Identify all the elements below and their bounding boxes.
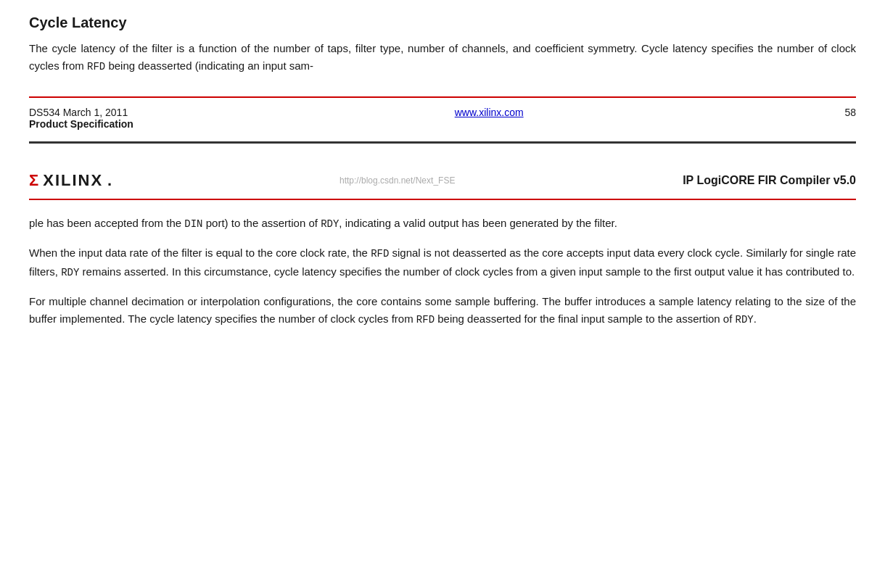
paragraph-1: ple has been accepted from the DIN port)… — [29, 215, 856, 233]
din-code: DIN — [184, 218, 202, 230]
rfd-code-2: RFD — [371, 248, 389, 260]
footer-product: Product Specification — [29, 118, 133, 130]
xilinx-logo-symbol: Σ — [29, 171, 38, 190]
section-title: Cycle Latency — [29, 15, 856, 31]
footer-date: DS534 March 1, 2011 — [29, 107, 133, 118]
rfd-code-3: RFD — [416, 314, 435, 326]
page-footer: DS534 March 1, 2011 Product Specificatio… — [0, 96, 885, 144]
footer-website-link[interactable]: www.xilinx.com — [455, 107, 524, 118]
rdy-code-2: RDY — [61, 267, 79, 278]
xilinx-logo: Σ XILINX . — [29, 171, 112, 190]
page-main-content: ple has been accepted from the DIN port)… — [0, 200, 885, 343]
footer-page-number: 58 — [844, 107, 856, 118]
rdy-code-1: RDY — [321, 218, 339, 230]
xilinx-logo-dot: . — [107, 171, 112, 190]
paragraph-3: For multiple channel decimation or inter… — [29, 293, 856, 329]
footer-left: DS534 March 1, 2011 Product Specificatio… — [29, 107, 133, 130]
xilinx-logo-wordmark: XILINX — [43, 171, 103, 190]
header-content: Σ XILINX . http://blog.csdn.net/Next_FSE… — [29, 165, 856, 196]
rfd-code: RFD — [87, 61, 105, 73]
footer-top-rule — [29, 96, 856, 98]
header-product-title: IP LogiCORE FIR Compiler v5.0 — [683, 174, 856, 187]
page-header: Σ XILINX . http://blog.csdn.net/Next_FSE… — [0, 151, 885, 200]
header-watermark: http://blog.csdn.net/Next_FSE — [339, 175, 455, 186]
rdy-code-3: RDY — [736, 314, 754, 326]
page-top-section: Cycle Latency The cycle latency of the f… — [0, 0, 885, 75]
footer-bottom-rule — [29, 141, 856, 144]
footer-content: DS534 March 1, 2011 Product Specificatio… — [29, 104, 856, 136]
intro-paragraph: The cycle latency of the filter is a fun… — [29, 40, 856, 75]
footer-center: www.xilinx.com — [455, 107, 524, 118]
paragraph-2: When the input data rate of the filter i… — [29, 244, 856, 281]
